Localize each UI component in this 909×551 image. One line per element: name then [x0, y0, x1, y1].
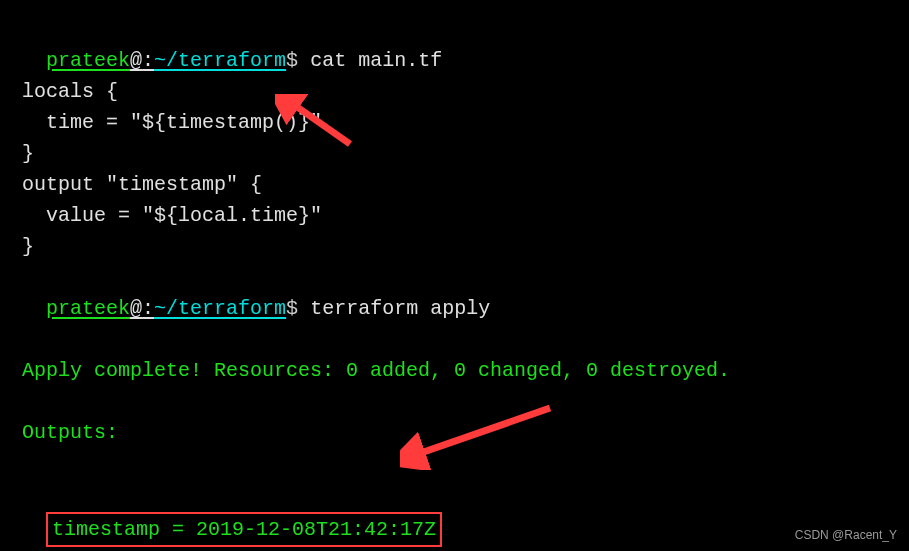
prompt-at: @: [130, 297, 142, 320]
prompt-line-3[interactable]: prateek@:~/terraform$: [22, 547, 887, 551]
prompt-user: prateek: [46, 297, 130, 320]
prompt-sep: :: [142, 297, 154, 320]
code-line-7: }: [22, 231, 887, 262]
command-1: cat main.tf: [310, 49, 442, 72]
prompt-user: prateek: [46, 49, 130, 72]
prompt-dollar: $: [286, 49, 298, 72]
code-line-1: locals {: [22, 76, 887, 107]
command-2: terraform apply: [310, 297, 490, 320]
watermark: CSDN @Racent_Y: [795, 526, 897, 545]
code-line-6: value = "${local.time}": [22, 200, 887, 231]
output-timestamp-line: timestamp = 2019-12-08T21:42:17Z: [22, 479, 887, 547]
output-timestamp: timestamp = 2019-12-08T21:42:17Z: [52, 518, 436, 541]
prompt-path: ~/terraform: [154, 49, 286, 72]
code-line-5: output "timestamp" {: [22, 169, 887, 200]
outputs-label: Outputs:: [22, 417, 887, 448]
code-line-2: time = "${timestamp()}": [22, 107, 887, 138]
blank-line: [22, 324, 887, 355]
prompt-line-1: prateek@:~/terraform$ cat main.tf: [22, 14, 887, 76]
code-line-3: }: [22, 138, 887, 169]
blank-line: [22, 386, 887, 417]
prompt-path: ~/terraform: [154, 297, 286, 320]
prompt-at: @: [130, 49, 142, 72]
blank-line: [22, 448, 887, 479]
prompt-dollar: $: [286, 297, 298, 320]
highlight-box: timestamp = 2019-12-08T21:42:17Z: [46, 512, 442, 547]
prompt-line-2: prateek@:~/terraform$ terraform apply: [22, 262, 887, 324]
apply-complete: Apply complete! Resources: 0 added, 0 ch…: [22, 355, 887, 386]
prompt-sep: :: [142, 49, 154, 72]
